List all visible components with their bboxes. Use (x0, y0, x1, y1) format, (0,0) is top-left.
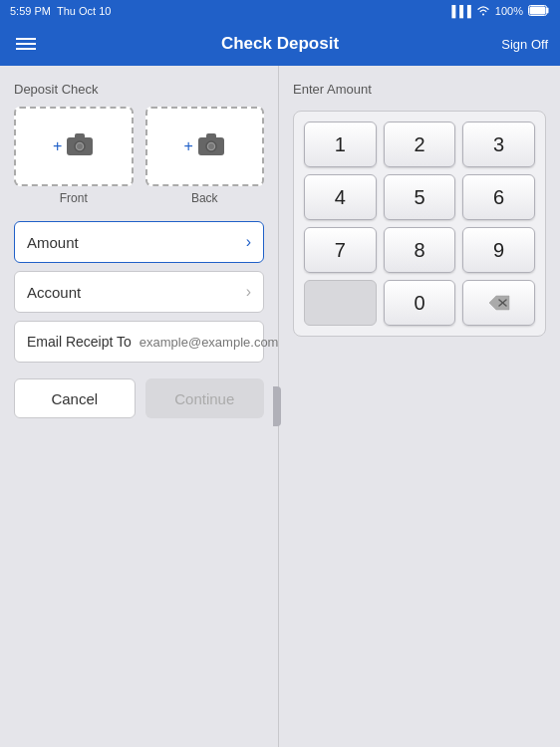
email-field: Email Receipt To (14, 321, 264, 363)
account-label: Account (27, 284, 81, 301)
battery-icon (528, 5, 550, 18)
svg-point-8 (208, 143, 214, 149)
front-label: Front (60, 191, 88, 205)
cancel-button[interactable]: Cancel (14, 378, 136, 418)
svg-rect-1 (530, 6, 546, 14)
status-bar: 5:59 PM Thu Oct 10 ▐▐▐ 100% (0, 0, 560, 22)
numpad-key-6[interactable]: 6 (462, 174, 535, 220)
left-panel: Deposit Check + Front (0, 66, 279, 747)
numpad-key-9[interactable]: 9 (462, 227, 535, 273)
sidebar-handle[interactable] (273, 386, 281, 426)
numpad-key-4[interactable]: 4 (304, 174, 377, 220)
numpad-key-8[interactable]: 8 (384, 227, 456, 273)
numpad-grid: 1234567890 (304, 122, 535, 326)
svg-point-4 (77, 143, 83, 149)
date-display: Thu Oct 10 (57, 5, 111, 17)
svg-rect-5 (75, 133, 85, 139)
wifi-icon (476, 5, 490, 18)
signal-icon: ▐▐▐ (447, 5, 470, 17)
amount-field[interactable]: Amount › (14, 221, 264, 263)
back-photo-box: + Back (145, 107, 265, 205)
camera-icon-front (66, 132, 94, 160)
right-panel: Enter Amount 1234567890 (279, 66, 560, 747)
account-field[interactable]: Account › (14, 271, 264, 313)
account-arrow-icon: › (246, 283, 251, 301)
numpad-key-0[interactable]: 0 (384, 280, 456, 326)
svg-rect-9 (206, 133, 216, 139)
menu-button[interactable] (12, 34, 40, 54)
camera-icon-back (197, 132, 225, 160)
plus-icon: + (53, 137, 62, 155)
front-photo-box: + Front (14, 107, 134, 205)
plus-icon-back: + (184, 137, 193, 155)
nav-title: Check Deposit (221, 34, 339, 54)
sign-off-button[interactable]: Sign Off (501, 37, 548, 52)
battery-display: 100% (495, 5, 523, 17)
numpad-key-7[interactable]: 7 (304, 227, 377, 273)
email-label: Email Receipt To (27, 334, 132, 350)
numpad-backspace[interactable] (462, 280, 535, 326)
numpad-key-3[interactable]: 3 (462, 122, 535, 167)
enter-amount-title: Enter Amount (293, 82, 546, 97)
numpad-key-2[interactable]: 2 (384, 122, 456, 167)
front-upload-button[interactable]: + (14, 107, 134, 186)
amount-arrow-icon: › (246, 233, 251, 251)
deposit-check-title: Deposit Check (14, 82, 264, 97)
numpad-key-1[interactable]: 1 (304, 122, 377, 167)
continue-button: Continue (145, 378, 265, 418)
numpad-container: 1234567890 (293, 111, 546, 337)
back-label: Back (191, 191, 218, 205)
numpad-key-5[interactable]: 5 (384, 174, 456, 220)
amount-label: Amount (27, 234, 79, 251)
back-upload-button[interactable]: + (145, 107, 265, 186)
numpad-empty (304, 280, 377, 326)
time-display: 5:59 PM (10, 5, 51, 17)
nav-bar: Check Deposit Sign Off (0, 22, 560, 66)
